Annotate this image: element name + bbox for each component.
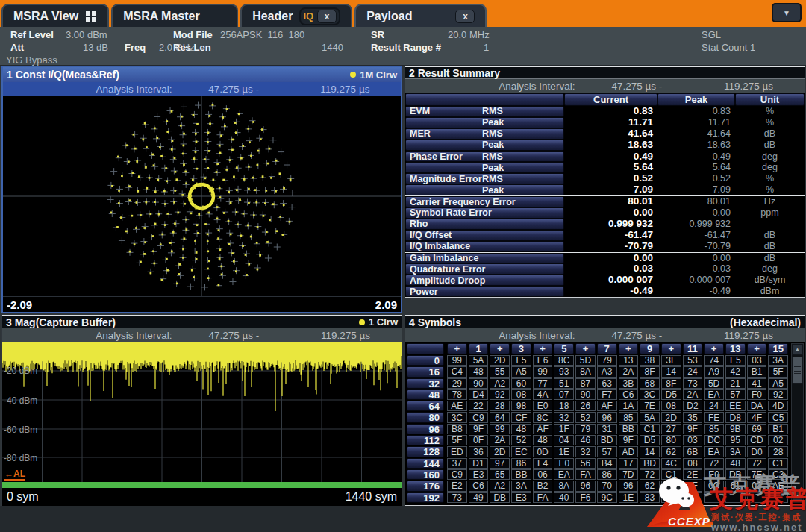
symbol-hex-cell: 14 <box>661 366 681 377</box>
scroll-up-button[interactable]: ▲ <box>792 344 803 355</box>
result-name: Peak <box>405 117 564 128</box>
symbol-hex-cell: 52 <box>575 412 596 422</box>
symbol-hex-cell: BD <box>597 435 617 445</box>
result-name: I/Q Offset <box>405 230 564 241</box>
mod-file-value[interactable]: 256APSK_116_180 <box>220 29 304 40</box>
window2-titlebar[interactable]: 2 Result Summary <box>405 66 805 79</box>
symbol-hex-cell: 56 <box>575 458 596 469</box>
magnitude-plot[interactable]: -20 dBm -40 dBm -60 dBm -80 dBm ←AL <box>2 342 402 488</box>
tab-msra-master[interactable]: MSRA Master <box>111 4 238 27</box>
result-name: Phase ErrorRMS <box>405 151 564 163</box>
x-axis-end: 1440 sym <box>346 490 397 504</box>
result-peak-value: 11.71 <box>657 117 735 128</box>
ref-level-value[interactable]: 3.00 dBm <box>66 29 107 40</box>
interval-from: 47.275 µs - <box>178 84 290 95</box>
result-range-value[interactable]: 1 <box>484 42 489 53</box>
window3-titlebar[interactable]: 3 Mag(Capture Buffer) 1 Clrw <box>2 315 402 328</box>
symbol-hex-cell: 40 <box>554 492 574 503</box>
symbol-hex-cell: 21 <box>725 378 746 389</box>
symbol-hex-cell: 99 <box>447 355 467 366</box>
result-row: Power-0.49-0.49dBm <box>405 286 805 297</box>
scrollbar-thumb[interactable] <box>792 357 803 384</box>
symbol-hex-cell: 1E <box>554 446 574 457</box>
symbol-hex-cell: FA <box>575 469 596 480</box>
symbol-hex-cell: CD <box>747 435 767 445</box>
symbol-hex-cell: DC <box>704 435 724 445</box>
tab-header[interactable]: Header IQ x <box>240 4 352 27</box>
symbols-column-header: 9 <box>640 343 660 354</box>
symbols-column-header: + <box>747 343 767 354</box>
symbol-hex-cell: E2 <box>447 481 467 491</box>
symbols-column-header: + <box>661 343 681 354</box>
symbols-row: 128ED362DEC0D1E3257AD14626BEA3AD028 <box>407 446 788 457</box>
constellation-plot[interactable] <box>3 96 401 296</box>
result-current-value: 0.999 932 <box>564 219 657 230</box>
symbols-row-index: 64 <box>407 401 444 411</box>
symbol-hex-cell: 2A <box>683 389 703 400</box>
capture-progress-bar <box>2 482 402 488</box>
symbols-row-index: 16 <box>407 366 444 377</box>
tab-msra-view[interactable]: MSRA View <box>1 4 109 27</box>
symbol-hex-cell: 8A <box>554 481 574 491</box>
window1-titlebar[interactable]: 1 Const I/Q(Meas&Ref) 1M Clrw <box>3 67 401 82</box>
res-len-label: Res Len <box>173 42 211 53</box>
result-peak-value: 0.999 932 <box>657 219 735 230</box>
symbols-row: 0995A2DF5E68C5D7913383F5374E5033A <box>407 355 788 366</box>
symbol-hex-cell: 29 <box>447 378 467 389</box>
analysis-interval-bar: Analysis Interval: 47.275 µs - 119.275 µ… <box>3 82 401 96</box>
sr-value[interactable]: 20.0 MHz <box>448 29 490 40</box>
symbol-hex-cell: F7 <box>597 389 617 400</box>
result-name: Amplitude Droop <box>405 275 564 286</box>
symbol-hex-cell: 5F <box>768 366 788 377</box>
sr-label: SR <box>371 29 384 40</box>
freq-label: Freq <box>125 42 146 53</box>
symbol-hex-cell: EC <box>511 446 531 457</box>
symbol-hex-cell: 9F <box>469 424 489 434</box>
close-icon[interactable]: x <box>455 10 475 23</box>
result-current-value: 0.000 007 <box>564 275 657 286</box>
result-range-label: Result Range # <box>371 42 441 53</box>
symbols-column-header: 13 <box>725 343 746 354</box>
symbol-hex-cell: C6 <box>469 481 489 491</box>
column-header-peak: Peak <box>657 93 735 106</box>
tab-label: Payload <box>366 10 412 23</box>
symbols-row: 96B89F9948AF1F7931BBC1279F859B69B1 <box>407 424 788 434</box>
result-peak-value: -0.49 <box>657 286 735 297</box>
tab-label: MSRA Master <box>123 10 200 23</box>
symbol-hex-cell: A2 <box>490 378 510 389</box>
symbol-hex-cell: 06 <box>533 469 553 480</box>
tab-payload[interactable]: Payload x <box>354 4 487 27</box>
window1-title: 1 Const I/Q(Meas&Ref) <box>7 69 119 81</box>
x-axis-min: -2.09 <box>7 298 32 311</box>
symbol-hex-cell: F6 <box>575 492 596 503</box>
symbols-column-header: + <box>619 343 639 354</box>
result-current-value: 80.01 <box>564 196 657 207</box>
symbol-hex-cell: 70 <box>597 481 617 491</box>
att-value[interactable]: 13 dB <box>45 42 108 53</box>
symbol-hex-cell: 08 <box>661 401 681 411</box>
symbols-column-header: + <box>704 343 724 354</box>
symbol-hex-cell: 98 <box>511 401 531 411</box>
result-current-value: -70.79 <box>564 241 657 252</box>
result-peak-value: -61.47 <box>657 230 735 241</box>
symbol-hex-cell: 9F <box>683 424 703 434</box>
interval-label: Analysis Interval: <box>405 81 581 92</box>
result-unit: ppm <box>735 207 805 219</box>
res-len-value[interactable]: 1440 <box>284 42 343 53</box>
toolbar-dropdown-button[interactable]: ▼ <box>772 3 802 22</box>
symbol-hex-cell: 6B <box>683 446 703 457</box>
window4-titlebar[interactable]: 4 Symbols (Hexadecimal) <box>405 315 805 328</box>
symbol-hex-cell: 8C <box>554 355 574 366</box>
auto-level-marker: ←AL <box>4 469 25 481</box>
result-unit <box>735 219 805 230</box>
result-peak-value: 0.52 <box>657 173 735 184</box>
symbol-hex-cell: 32 <box>575 446 596 457</box>
symbol-hex-cell: 86 <box>597 469 617 480</box>
window3-title: 3 Mag(Capture Buffer) <box>6 316 116 328</box>
symbol-hex-cell: 35 <box>683 412 703 422</box>
symbol-hex-cell: 85 <box>619 412 639 422</box>
sgl-indicator: SGL <box>702 29 721 40</box>
symbol-hex-cell: 73 <box>447 492 467 503</box>
symbol-hex-cell: 68 <box>640 378 660 389</box>
close-icon[interactable]: x <box>317 10 337 23</box>
